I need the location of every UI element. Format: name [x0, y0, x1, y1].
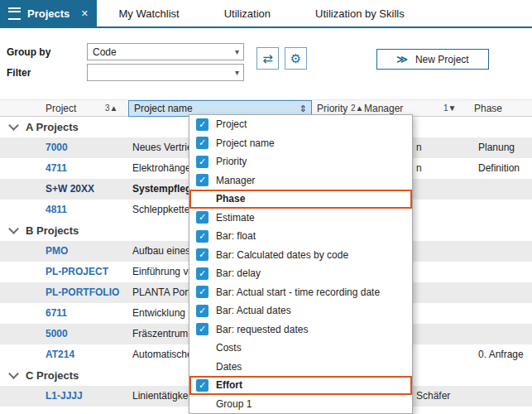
project-name: Automatisches [132, 344, 198, 365]
check-icon: ✓ [196, 248, 208, 261]
menu-item-label: Bar: delay [216, 267, 261, 279]
group-label: C Projects [26, 369, 79, 382]
menu-item-label: Project name [216, 137, 275, 149]
project-name: Schleppketten [132, 200, 195, 220]
project-code[interactable]: 5000 [46, 324, 68, 344]
tab-utilization-by-skills[interactable]: Utilization by Skills [293, 0, 427, 26]
toolbar: Group by Code ▾ Filter ▾ ⇄ ⚙ ≫ New Proje… [0, 28, 532, 96]
phase-cell: Definition [478, 158, 520, 179]
chevron-down-icon[interactable] [8, 368, 19, 379]
active-tab-label: Projects [27, 7, 69, 20]
project-code[interactable]: 4711 [46, 158, 67, 179]
tab-bar: Projects × My Watchlist Utilization Util… [0, 0, 532, 28]
group-label: B Projects [26, 224, 79, 237]
menu-item-label: Priority [216, 156, 247, 167]
sort-badge-project: 3▲ [105, 104, 117, 113]
new-project-button[interactable]: ≫ New Project [376, 49, 489, 70]
menu-item-label: Project [216, 118, 247, 130]
column-menu-item[interactable]: ✓ Dates [189, 358, 412, 377]
filter-select[interactable]: ▾ [87, 64, 244, 81]
project-code[interactable]: AT214 [46, 344, 74, 365]
filter-label: Filter [7, 67, 31, 79]
project-code[interactable]: L1-JJJJ [46, 386, 83, 407]
column-menu-item[interactable]: ✓ Project name [189, 134, 412, 153]
column-menu-item[interactable]: ✓ Priority [189, 152, 412, 171]
tab-list: My Watchlist Utilization Utilization by … [97, 0, 427, 26]
check-icon: ✓ [196, 267, 208, 280]
column-menu-item[interactable]: ✓ Bar: Actual start - time recording dat… [189, 283, 412, 302]
close-tab-icon[interactable]: × [81, 7, 88, 20]
new-project-label: New Project [415, 54, 469, 65]
refresh-icon: ⇄ [262, 51, 273, 66]
hamburger-menu-icon[interactable] [8, 7, 21, 20]
project-code[interactable]: PL-PROJECT [46, 262, 108, 282]
chevron-down-icon[interactable] [8, 120, 19, 131]
menu-item-label: Dates [216, 361, 242, 373]
column-header-priority-label: Priority [317, 103, 347, 114]
tab-label: Utilization [224, 7, 271, 20]
menu-item-label: Phase [216, 193, 245, 205]
chevron-down-icon: ▾ [235, 47, 239, 56]
column-menu-item[interactable]: ✓ Effort [189, 376, 412, 395]
manager-cell: n [416, 158, 422, 179]
menu-item-label: Bar: Calculated dates by code [216, 249, 348, 261]
check-icon: ✓ [196, 174, 208, 186]
chevron-down-icon[interactable] [8, 224, 19, 234]
column-menu-item[interactable]: ✓ Group 1 [189, 395, 412, 414]
column-menu-item[interactable]: ✓ Bar: float [189, 227, 412, 246]
tab-label: Utilization by Skills [315, 7, 405, 20]
menu-item-label: Bar: requested dates [216, 324, 308, 335]
sort-badge-manager: 1▼ [443, 104, 456, 113]
menu-item-label: Manager [216, 175, 255, 186]
project-code[interactable]: 4811 [46, 200, 67, 220]
column-menu-list: ✓ Project ✓ Project name ✓ Priority ✓ Ma… [189, 115, 412, 413]
column-menu-item[interactable]: ✓ Phase [189, 190, 412, 209]
project-code[interactable]: 6711 [46, 303, 67, 324]
tab-projects-active[interactable]: Projects × [0, 0, 97, 26]
column-menu-item[interactable]: ✓ Manager [189, 171, 412, 190]
double-chevron-icon: ≫ [396, 53, 408, 65]
menu-item-label: Bar: Actual start - time recording date [216, 286, 380, 298]
project-code[interactable]: S+W 20XX [46, 179, 94, 200]
column-menu-item[interactable]: ✓ Costs [189, 339, 412, 358]
tab-my-watchlist[interactable]: My Watchlist [97, 0, 202, 26]
project-code[interactable]: 7000 [46, 137, 68, 158]
check-icon: ✓ [196, 156, 208, 168]
project-name: Elektrohängeb [132, 158, 196, 179]
column-header-manager-label: Manager [364, 103, 403, 114]
column-menu-item[interactable]: ✓ Bar: Actual dates [189, 301, 412, 320]
group-by-value: Code [93, 46, 117, 58]
manager-cell: n [416, 137, 422, 158]
menu-item-label: Effort [216, 379, 242, 391]
column-menu-item[interactable]: ✓ Bar: Calculated dates by code [189, 246, 412, 265]
group-label: A Projects [26, 121, 79, 133]
refresh-button[interactable]: ⇄ [256, 47, 279, 70]
group-by-label: Group by [7, 46, 50, 58]
project-code[interactable]: PMO [46, 241, 68, 262]
gear-icon: ⚙ [290, 51, 301, 66]
check-icon: ✓ [196, 211, 208, 224]
chevron-down-icon: ▾ [235, 68, 239, 77]
settings-button[interactable]: ⚙ [285, 47, 307, 70]
column-menu-item[interactable]: ✓ Bar: delay [189, 264, 412, 283]
tab-utilization[interactable]: Utilization [202, 0, 293, 26]
column-header-project[interactable]: Project [46, 100, 76, 116]
menu-item-label: Estimate [216, 212, 255, 224]
menu-item-label: Group 1 [216, 398, 252, 410]
column-menu-item[interactable]: ✓ Estimate [189, 209, 412, 228]
phase-cell: 0. Anfrage [478, 344, 524, 365]
check-icon: ✓ [196, 379, 208, 392]
project-name: Linientätigkeit [132, 386, 193, 407]
column-header-phase[interactable]: Phase [474, 100, 502, 116]
menu-item-label: Bar: float [216, 230, 256, 242]
check-icon: ✓ [196, 118, 208, 131]
project-name: Systempflege [132, 179, 197, 200]
check-icon: ✓ [196, 137, 208, 149]
column-header-phase-label: Phase [474, 103, 502, 114]
check-icon: ✓ [196, 286, 208, 298]
group-by-select[interactable]: Code ▾ [87, 43, 244, 60]
column-menu-item[interactable]: ✓ Project [189, 115, 412, 134]
project-code[interactable]: PL-PORTFOLIO [46, 282, 119, 303]
column-menu-item[interactable]: ✓ Bar: requested dates [189, 320, 412, 339]
check-icon: ✓ [196, 305, 208, 317]
